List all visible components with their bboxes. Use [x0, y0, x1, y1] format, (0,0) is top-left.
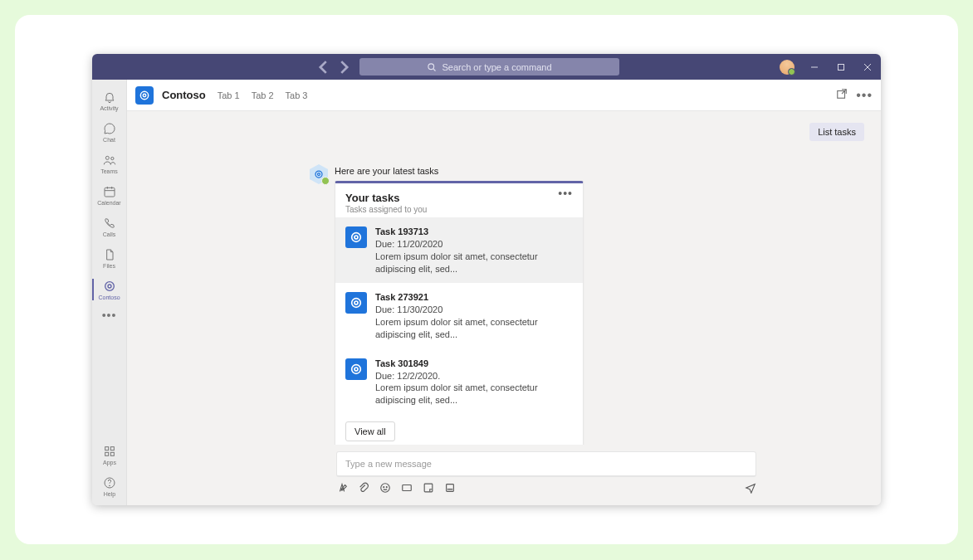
format-icon [336, 482, 348, 494]
popout-button[interactable] [836, 88, 848, 103]
user-message-bubble[interactable]: List tasks [809, 123, 864, 141]
contoso-task-icon [350, 296, 363, 309]
send-button[interactable] [745, 482, 756, 497]
rail-item-chat[interactable]: Chat [92, 116, 127, 148]
chat-icon [103, 122, 116, 135]
sticker-button[interactable] [423, 482, 434, 497]
emoji-button[interactable] [379, 482, 391, 497]
page-background: Search or type a command Act [15, 15, 958, 544]
rail-label: Teams [100, 168, 118, 174]
current-user-avatar[interactable] [780, 60, 795, 75]
rail-label: Help [104, 491, 115, 497]
rail-label: Chat [103, 137, 115, 143]
card-subtitle: Tasks assigned to you [345, 205, 427, 214]
emoji-icon [379, 482, 391, 494]
rail-item-activity[interactable]: Activity [92, 85, 127, 116]
card-more-button[interactable]: ••• [558, 192, 573, 197]
view-all-button[interactable]: View all [345, 421, 395, 441]
rail-more-button[interactable]: ••• [102, 309, 117, 322]
rail-item-files[interactable]: Files [92, 242, 127, 274]
task-description: Lorem ipsum dolor sit amet, consectetur … [375, 316, 573, 341]
svg-point-29 [354, 301, 358, 304]
window-close-button[interactable] [854, 54, 881, 80]
extensions-icon [444, 482, 456, 494]
task-description: Lorem ipsum dolor sit amet, consectetur … [375, 251, 573, 275]
rail-item-teams[interactable]: Teams [92, 148, 127, 179]
window-minimize-button[interactable] [801, 54, 828, 80]
task-due: Due: 11/20/2020 [375, 238, 573, 251]
tasks-card: Your tasks Tasks assigned to you ••• [335, 181, 584, 445]
nav-back-button[interactable] [315, 58, 333, 76]
svg-point-34 [386, 487, 387, 488]
user-message-text: List tasks [818, 127, 856, 137]
rail-label: Calls [103, 231, 116, 237]
bot-message-row: Here are your latest tasks Your tasks Ta… [310, 163, 584, 445]
task-item[interactable]: Task 273921 Due: 11/30/2020 Lorem ipsum … [335, 283, 583, 348]
tab-2[interactable]: Tab 2 [252, 90, 274, 100]
svg-point-27 [354, 236, 358, 239]
svg-line-23 [842, 89, 846, 93]
svg-rect-35 [403, 485, 412, 491]
composer-toolbar [336, 482, 756, 497]
svg-point-39 [450, 489, 451, 489]
search-icon [427, 62, 437, 72]
task-title: Task 193713 [375, 226, 573, 238]
rail-item-calls[interactable]: Calls [92, 211, 127, 242]
svg-point-19 [110, 485, 110, 485]
svg-line-1 [434, 69, 436, 71]
task-item[interactable]: Task 193713 Due: 11/20/2020 Lorem ipsum … [335, 217, 583, 283]
svg-point-26 [352, 233, 361, 242]
rail-item-help[interactable]: Help [92, 470, 127, 502]
task-due: Due: 12/2/2020. [375, 370, 573, 382]
task-item[interactable]: Task 301849 Due: 12/2/2020. Lorem ipsum … [335, 349, 583, 415]
svg-rect-3 [839, 64, 844, 70]
window-maximize-button[interactable] [828, 54, 854, 80]
svg-point-25 [318, 173, 320, 176]
contoso-task-icon [350, 363, 363, 376]
composer-area: Type a new message [127, 445, 881, 505]
people-icon [103, 153, 116, 167]
phone-icon [103, 217, 116, 230]
svg-rect-16 [105, 452, 109, 455]
task-icon [345, 226, 367, 248]
card-title: Your tasks [345, 192, 427, 204]
bot-avatar [310, 164, 328, 184]
svg-point-21 [143, 94, 146, 97]
svg-point-30 [352, 364, 361, 373]
app-title: Contoso [162, 89, 206, 101]
app-logo [135, 86, 154, 105]
contoso-task-icon [350, 231, 363, 244]
format-button[interactable] [336, 482, 348, 497]
task-title: Task 273921 [375, 291, 573, 304]
title-bar: Search or type a command [92, 54, 881, 80]
rail-label: Activity [100, 105, 118, 111]
app-rail: Activity Chat Teams Calendar Calls [92, 80, 127, 505]
svg-point-33 [384, 487, 384, 488]
bot-intro-text: Here are your latest tasks [335, 163, 584, 181]
nav-forward-button[interactable] [335, 58, 353, 76]
rail-label: Calendar [97, 200, 120, 206]
svg-point-7 [110, 157, 113, 159]
message-placeholder: Type a new message [345, 459, 432, 469]
rail-item-apps[interactable]: Apps [92, 439, 127, 470]
svg-point-6 [105, 156, 109, 159]
message-input[interactable]: Type a new message [336, 451, 756, 477]
conversation-pane: List tasks Here are your latest tasks [127, 111, 881, 445]
svg-rect-8 [105, 187, 115, 197]
paperclip-icon [358, 482, 369, 494]
gif-button[interactable] [401, 482, 413, 497]
rail-label: Apps [103, 460, 116, 465]
contoso-logo-icon [139, 90, 150, 101]
tab-3[interactable]: Tab 3 [286, 90, 308, 100]
teams-window: Search or type a command Act [92, 54, 881, 505]
task-title: Task 301849 [375, 358, 573, 370]
rail-label: Contoso [98, 295, 120, 300]
tab-1[interactable]: Tab 1 [218, 90, 240, 100]
rail-item-contoso[interactable]: Contoso [92, 274, 127, 305]
rail-item-calendar[interactable]: Calendar [92, 179, 127, 211]
more-actions-button[interactable] [444, 482, 456, 497]
task-icon [345, 358, 367, 380]
search-input[interactable]: Search or type a command [359, 58, 619, 75]
attach-button[interactable] [358, 482, 369, 497]
bell-icon [103, 90, 116, 104]
